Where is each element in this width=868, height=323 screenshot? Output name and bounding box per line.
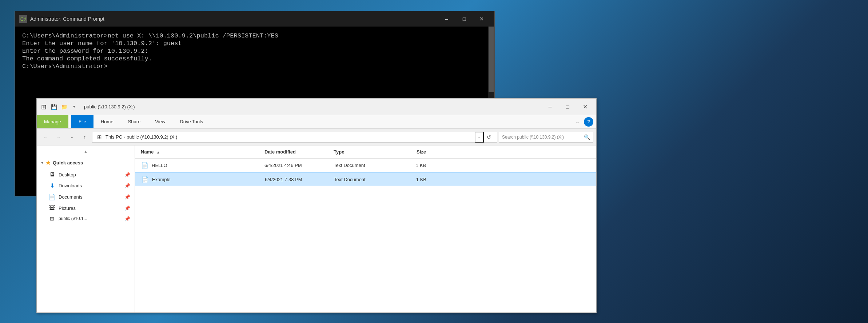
explorer-titlebar-icons: ⊞ 💾 📁 ▾	[40, 103, 78, 111]
sidebar-item-pictures[interactable]: 🖼 Pictures 📌	[37, 203, 135, 214]
quick-access-star-icon: ★	[45, 159, 51, 166]
back-button[interactable]: ←	[40, 131, 51, 143]
forward-button[interactable]: →	[53, 131, 64, 143]
public-pin-icon: 📌	[124, 216, 130, 222]
col-header-name[interactable]: Name ▲	[138, 149, 262, 155]
cmd-line-2: Enter the user name for '10.130.9.2': gu…	[22, 40, 487, 47]
explorer-close-button[interactable]: ✕	[577, 101, 593, 112]
documents-icon: 📄	[48, 194, 56, 200]
documents-pin-icon: 📌	[124, 194, 130, 200]
sidebar-scroll-up[interactable]: ▲	[37, 147, 135, 156]
example-size-cell: 1 KB	[393, 177, 429, 182]
save-icon: 💾	[50, 103, 58, 111]
explorer-window: ⊞ 💾 📁 ▾ public (\\10.130.9.2) (X:) – □ ✕…	[36, 98, 597, 313]
sidebar: ▲ ▾ ★ Quick access 🖥 Desktop 📌 ⬇ Downloa…	[37, 145, 135, 312]
explorer-title: public (\\10.130.9.2) (X:)	[81, 104, 542, 109]
downloads-label: Downloads	[59, 183, 82, 188]
pictures-icon: 🖼	[48, 205, 56, 211]
manage-tab-button[interactable]: Manage	[37, 115, 68, 128]
file-list-header: Name ▲ Date modified Type Size	[135, 145, 596, 159]
explorer-titlebar-controls: – □ ✕	[542, 101, 593, 112]
cmd-line-7: C:\Users\Administrator>	[22, 63, 487, 70]
hello-date-cell: 6/4/2021 4:46 PM	[262, 163, 331, 168]
explorer-main: ▲ ▾ ★ Quick access 🖥 Desktop 📌 ⬇ Downloa…	[37, 145, 596, 312]
public-drive-label: public (\\10.1...	[59, 216, 87, 221]
file-list: Name ▲ Date modified Type Size 📄 HELLO	[135, 145, 596, 312]
address-bar-icon: ⊞	[95, 133, 103, 141]
file-row-example[interactable]: 📄 Example 6/4/2021 7:38 PM Text Document…	[135, 172, 596, 186]
downloads-icon: ⬇	[48, 182, 56, 189]
ribbon: Manage File Home Share View Drive Tools …	[37, 115, 596, 129]
view-tab-button[interactable]: View	[148, 115, 172, 128]
help-button[interactable]: ?	[584, 117, 593, 127]
pictures-pin-icon: 📌	[124, 206, 130, 211]
up-button[interactable]: ↑	[79, 131, 91, 143]
share-tab-button[interactable]: Share	[121, 115, 148, 128]
cmd-scrollbar-thumb[interactable]	[489, 27, 494, 92]
quick-access-label: Quick access	[53, 160, 83, 166]
cmd-close-button[interactable]: ✕	[473, 13, 490, 24]
sidebar-item-desktop[interactable]: 🖥 Desktop 📌	[37, 169, 135, 180]
address-part-drive[interactable]: public (\\10.130.9.2) (X:)	[127, 134, 177, 140]
address-dropdown-button[interactable]: ⌄	[475, 132, 484, 143]
folder-icon: 📁	[60, 103, 68, 111]
pictures-label: Pictures	[59, 206, 76, 211]
sidebar-item-downloads[interactable]: ⬇ Downloads 📌	[37, 180, 135, 191]
ribbon-expand-button[interactable]: ⌄	[573, 117, 582, 126]
documents-label: Documents	[59, 194, 83, 200]
hello-type-cell: Text Document	[331, 163, 393, 168]
public-drive-icon: ⊞	[48, 216, 56, 222]
sort-arrow-icon: ▲	[156, 150, 160, 154]
ribbon-tabs: Manage File Home Share View Drive Tools …	[37, 115, 596, 128]
col-header-size[interactable]: Size	[393, 149, 429, 155]
cmd-line-3: Enter the password for 10.130.9.2:	[22, 48, 487, 55]
sidebar-item-documents[interactable]: 📄 Documents 📌	[37, 191, 135, 203]
address-chevron-1: ›	[124, 135, 125, 139]
col-header-date[interactable]: Date modified	[262, 149, 331, 155]
example-name-cell: 📄 Example	[138, 175, 262, 183]
cmd-minimize-button[interactable]: –	[438, 13, 455, 24]
downloads-pin-icon: 📌	[124, 183, 130, 188]
cmd-icon: C:\	[19, 15, 27, 23]
customize-icon: ▾	[70, 103, 78, 111]
example-date-cell: 6/4/2021 7:38 PM	[262, 177, 331, 182]
cmd-line-1: C:\Users\Administrator>net use X: \\10.1…	[22, 32, 487, 39]
file-tab-button[interactable]: File	[71, 115, 93, 128]
search-icon: 🔍	[584, 134, 590, 140]
example-type-cell: Text Document	[331, 177, 393, 182]
explorer-icon: ⊞	[40, 103, 48, 111]
nav-bar: ← → ⌄ ↑ ⊞ This PC › public (\\10.130.9.2…	[37, 129, 596, 145]
address-bar-path: This PC › public (\\10.130.9.2) (X:)	[105, 134, 177, 140]
quick-access-expand-icon: ▾	[41, 160, 43, 165]
drive-tools-tab-button[interactable]: Drive Tools	[172, 115, 210, 128]
cmd-titlebar: C:\ Administrator: Command Prompt – □ ✕	[15, 11, 494, 27]
explorer-titlebar: ⊞ 💾 📁 ▾ public (\\10.130.9.2) (X:) – □ ✕	[37, 99, 596, 115]
desktop-pin-icon: 📌	[124, 172, 130, 178]
desktop-icon: 🖥	[48, 171, 56, 178]
sidebar-section-quick-access[interactable]: ▾ ★ Quick access	[37, 156, 135, 169]
recent-locations-button[interactable]: ⌄	[66, 131, 77, 143]
file-row-hello[interactable]: 📄 HELLO 6/4/2021 4:46 PM Text Document 1…	[135, 159, 596, 172]
search-placeholder: Search public (\\10.130.9.2) (X:)	[502, 135, 584, 140]
address-bar[interactable]: ⊞ This PC › public (\\10.130.9.2) (X:) ⌄…	[92, 132, 497, 143]
cmd-line-4: The command completed successfully.	[22, 55, 487, 62]
home-tab-button[interactable]: Home	[93, 115, 121, 128]
cmd-title: Administrator: Command Prompt	[30, 16, 438, 22]
explorer-minimize-button[interactable]: –	[542, 101, 558, 112]
hello-file-icon: 📄	[141, 162, 149, 170]
desktop-label: Desktop	[59, 172, 76, 178]
refresh-button[interactable]: ↺	[484, 132, 494, 143]
col-header-type[interactable]: Type	[331, 149, 393, 155]
cmd-maximize-button[interactable]: □	[456, 13, 473, 24]
cmd-controls: – □ ✕	[438, 13, 490, 24]
hello-size-cell: 1 KB	[393, 163, 429, 168]
sidebar-item-public[interactable]: ⊞ public (\\10.1... 📌	[37, 214, 135, 224]
address-part-thispc[interactable]: This PC	[105, 134, 122, 140]
hello-name-cell: 📄 HELLO	[138, 162, 262, 170]
explorer-maximize-button[interactable]: □	[559, 101, 576, 112]
search-bar[interactable]: Search public (\\10.130.9.2) (X:) 🔍	[499, 132, 593, 143]
example-file-icon: 📄	[141, 175, 149, 183]
